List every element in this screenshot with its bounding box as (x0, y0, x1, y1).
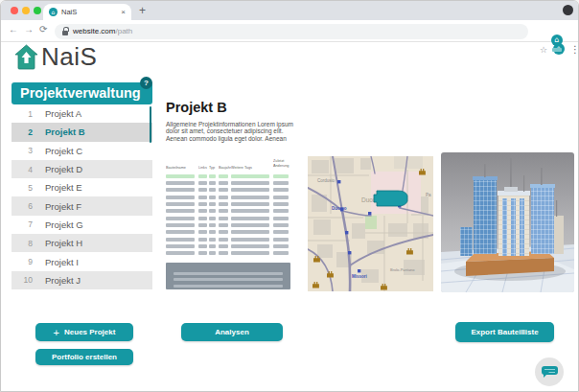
placeholder-bar (231, 209, 269, 213)
column-header: Links (198, 158, 209, 173)
placeholder-bar (209, 238, 216, 242)
placeholder-bar (166, 251, 195, 255)
building-footprint-polygon[interactable] (374, 191, 407, 206)
map-label-pa: Pa (426, 193, 431, 197)
placeholder-bar (273, 202, 289, 206)
placeholder-bar (273, 251, 289, 255)
sidebar-title: Projektverwaltung (12, 82, 152, 104)
table-row[interactable] (166, 173, 292, 179)
summary-bar (174, 272, 283, 275)
project-number: 2 (19, 127, 33, 137)
back-icon[interactable]: ← (9, 24, 18, 35)
placeholder-bar (273, 230, 289, 234)
placeholder-bar (219, 223, 228, 227)
table-row[interactable] (166, 215, 292, 221)
placeholder-bar (273, 196, 289, 199)
placeholder-bar (166, 181, 195, 185)
bookmark-star-icon[interactable]: ☆ (540, 45, 547, 55)
placeholder-bar (231, 238, 269, 242)
browser-tab[interactable]: ⌂ NaiS × (43, 4, 131, 20)
chat-bubble-line (544, 372, 555, 373)
placeholder-bar (231, 223, 269, 227)
project-map[interactable]: Cordusio Duomo Duomo Pa Missori Brolo-Pa… (308, 156, 433, 291)
placeholder-bar (198, 181, 207, 185)
project-list-item[interactable]: 8Projekt H (12, 234, 152, 252)
placeholder-bar (219, 251, 228, 255)
column-header: Weitere Tags (231, 158, 273, 173)
project-label: Projekt E (45, 182, 82, 193)
project-number: 4 (19, 165, 33, 174)
table-row[interactable] (166, 221, 292, 228)
table-row[interactable] (166, 200, 292, 207)
placeholder-bar (198, 202, 207, 206)
table-row[interactable] (166, 194, 292, 200)
placeholder-bar (166, 209, 195, 213)
analyses-button[interactable]: Analysen (181, 323, 283, 341)
close-window-button[interactable] (11, 7, 18, 14)
placeholder-bar (209, 188, 216, 192)
project-list-item[interactable]: 1Projekt A (12, 104, 152, 123)
reload-icon[interactable]: ⟳ (39, 24, 47, 35)
user-avatar[interactable]: ⌂ (551, 35, 563, 46)
table-row[interactable] (166, 179, 292, 186)
column-header: Baujahr (219, 158, 231, 173)
favicon-house-icon: ⌂ (49, 8, 58, 16)
placeholder-bar (198, 217, 207, 220)
project-number: 3 (19, 146, 33, 155)
placeholder-bar (219, 174, 228, 178)
plus-icon: + (54, 327, 59, 338)
placeholder-bar (166, 217, 195, 220)
placeholder-bar (166, 244, 195, 248)
placeholder-bar (166, 202, 195, 206)
placeholder-bar (166, 174, 195, 178)
maximize-window-button[interactable] (34, 7, 41, 14)
address-bar[interactable]: website.com/path (55, 24, 528, 39)
placeholder-bar (231, 174, 269, 178)
app-logo[interactable]: NaiS (14, 42, 97, 72)
project-number: 1 (19, 109, 33, 119)
placeholder-bar (219, 209, 228, 213)
placeholder-bar (198, 188, 207, 192)
placeholder-bar (198, 209, 207, 213)
placeholder-bar (209, 223, 216, 227)
placeholder-bar (273, 188, 289, 192)
table-row[interactable] (166, 236, 292, 242)
browser-profile-avatar[interactable] (563, 5, 573, 15)
placeholder-bar (219, 238, 228, 242)
placeholder-bar (209, 196, 216, 199)
project-number: 9 (19, 257, 33, 266)
export-parts-button[interactable]: Export Bauteilliste (455, 322, 554, 342)
summary-bar (174, 278, 283, 281)
project-list-item[interactable]: 10Projekt J (12, 271, 152, 289)
table-row[interactable] (166, 208, 292, 215)
table-row[interactable] (166, 250, 292, 257)
placeholder-bar (219, 244, 228, 248)
url-path: /path (115, 27, 132, 35)
project-list-item[interactable]: 3Projekt C (12, 142, 152, 160)
create-portfolio-button[interactable]: Portfolio erstellen (35, 349, 133, 365)
list-scrollbar[interactable] (150, 106, 151, 143)
menu-dots-icon[interactable]: ⋮ (570, 44, 579, 55)
minimize-window-button[interactable] (22, 7, 30, 14)
table-row[interactable] (166, 187, 292, 194)
project-list-item[interactable]: 7Projekt G (12, 216, 152, 234)
placeholder-bar (209, 174, 216, 178)
project-list-item[interactable]: 5Projekt E (12, 178, 152, 196)
placeholder-bar (231, 196, 269, 199)
placeholder-bar (198, 174, 207, 178)
project-label: Projekt B (45, 127, 85, 137)
new-project-button[interactable]: + Neues Projekt (35, 323, 133, 341)
new-tab-button[interactable]: + (139, 4, 146, 17)
table-row[interactable] (166, 229, 292, 236)
project-list-item[interactable]: 6Projekt F (12, 196, 152, 215)
placeholder-bar (273, 238, 289, 242)
project-label: Projekt I (45, 257, 79, 267)
project-list-item[interactable]: 4Projekt D (12, 160, 152, 178)
forward-icon[interactable]: → (24, 24, 34, 35)
chat-widget-button[interactable] (535, 357, 564, 386)
close-tab-icon[interactable]: × (121, 8, 126, 16)
table-row[interactable] (166, 242, 292, 249)
help-badge[interactable]: ? (140, 77, 152, 89)
project-list-item[interactable]: 9Projekt I (12, 252, 152, 270)
project-list-item[interactable]: 2Projekt B (12, 123, 152, 141)
